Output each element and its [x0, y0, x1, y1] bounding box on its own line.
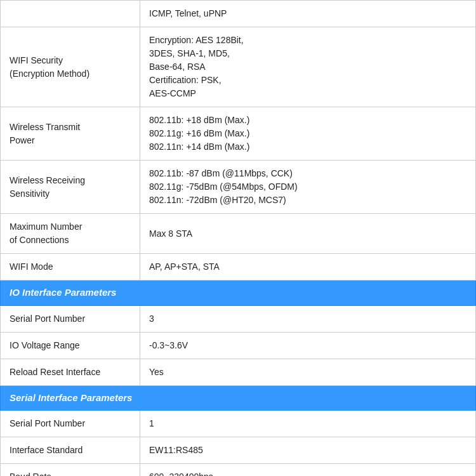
row-value-9: Yes [140, 359, 476, 385]
row-label-7: Serial Port Number [1, 305, 140, 332]
row-label-12: Interface Standard [1, 437, 140, 464]
table-row: ICMP, Telnet, uPNP [1, 1, 476, 27]
row-value-1: Encryption: AES 128Bit,3DES, SHA-1, MD5,… [140, 27, 476, 107]
section-header-6: IO Interface Parameters [1, 281, 476, 306]
row-value-2: 802.11b: +18 dBm (Max.)802.11g: +16 dBm … [140, 107, 476, 161]
row-label-0 [1, 1, 140, 27]
row-label-8: IO Voltage Range [1, 332, 140, 359]
row-value-8: -0.3~3.6V [140, 332, 476, 359]
row-value-12: EW11:RS485 [140, 437, 476, 464]
row-value-11: 1 [140, 411, 476, 437]
table-row: Maximum Numberof ConnectionsMax 8 STA [1, 214, 476, 254]
row-label-9: Reload Reset Interface [1, 359, 140, 385]
row-label-1: WIFI Security(Encryption Method) [1, 27, 140, 107]
table-row: IO Voltage Range-0.3~3.6V [1, 332, 476, 359]
row-label-11: Serial Port Number [1, 411, 140, 437]
row-label-13: Baud Rate [1, 464, 140, 477]
row-label-5: WIFI Mode [1, 254, 140, 281]
table-row: Serial Port Number3 [1, 305, 476, 332]
row-value-0: ICMP, Telnet, uPNP [140, 1, 476, 27]
table-row: Interface StandardEW11:RS485 [1, 437, 476, 464]
spec-table: ICMP, Telnet, uPNPWIFI Security(Encrypti… [0, 0, 476, 476]
row-label-4: Maximum Numberof Connections [1, 214, 140, 254]
table-row: Baud Rate600~230400bps [1, 464, 476, 477]
table-row: Wireless TransmitPower802.11b: +18 dBm (… [1, 107, 476, 161]
row-value-5: AP, AP+STA, STA [140, 254, 476, 281]
table-row: Serial Port Number1 [1, 411, 476, 437]
row-label-2: Wireless TransmitPower [1, 107, 140, 161]
section-header-10: Serial Interface Parameters [1, 385, 476, 411]
row-value-13: 600~230400bps [140, 464, 476, 477]
row-value-3: 802.11b: -87 dBm (@11Mbps, CCK)802.11g: … [140, 161, 476, 214]
table-row: WIFI ModeAP, AP+STA, STA [1, 254, 476, 281]
row-label-3: Wireless ReceivingSensitivity [1, 161, 140, 214]
row-value-7: 3 [140, 305, 476, 332]
table-row: Reload Reset InterfaceYes [1, 359, 476, 385]
table-row: Wireless ReceivingSensitivity802.11b: -8… [1, 161, 476, 214]
table-row: WIFI Security(Encryption Method)Encrypti… [1, 27, 476, 107]
row-value-4: Max 8 STA [140, 214, 476, 254]
